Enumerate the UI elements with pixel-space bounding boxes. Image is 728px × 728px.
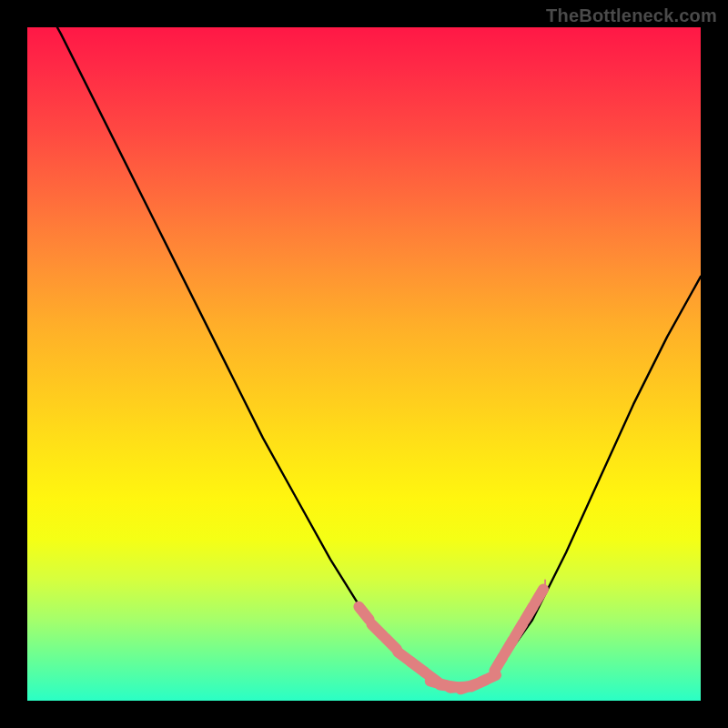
marker-cluster-right-marker <box>494 657 502 671</box>
chart-frame: TheBottleneck.com <box>0 0 728 728</box>
chart-svg <box>27 27 701 701</box>
marker-cluster-right-marker <box>504 640 512 653</box>
marker-cluster-left-marker <box>359 607 369 620</box>
plot-area <box>27 27 701 701</box>
watermark-label: TheBottleneck.com <box>546 5 717 26</box>
marker-cluster-right-marker <box>515 623 523 637</box>
main-curve-path <box>27 0 701 689</box>
marker-cluster-right-marker <box>525 606 533 620</box>
